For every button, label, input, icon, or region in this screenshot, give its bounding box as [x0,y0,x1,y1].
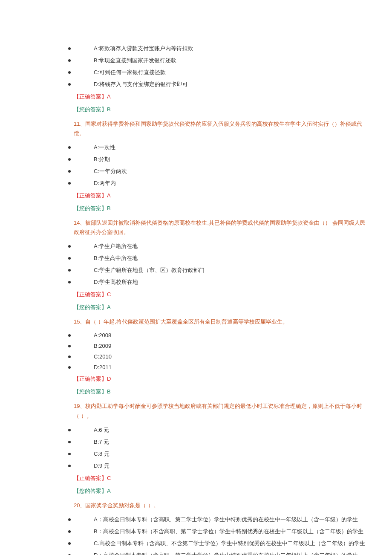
list-item: A：高校全日制本专科（含高职、第二学士学位）学生中特别优秀的在校生中一年级以上（… [0,514,392,526]
option-text: C.高校全日制本专科（含高职、不含第二学士学位）学生中特别优秀的在校生中二年级以… [94,540,365,547]
your-answer: 【您的答案】A [0,301,392,314]
bullet-icon [68,146,71,149]
option-text: D:学生高校所在地 [94,278,138,286]
list-item: D:9 元 [0,460,392,472]
bullet-icon [68,83,71,86]
list-item: B:7 元 [0,436,392,448]
list-item: C.高校全日制本专科（含高职、不含第二学士学位）学生中特别优秀的在校生中二年级以… [0,538,392,549]
correct-answer: 【正确答案】C [0,288,392,301]
correct-answer: 【正确答案】C [0,472,392,485]
bullet-icon [68,281,71,283]
bullet-icon [68,429,71,431]
correct-answer: 【正确答案】A [0,189,392,202]
option-text: B：高校全日制本专科（不含高职、第二学士学位）学生中特别优秀的在校生中二年级以上… [94,528,363,535]
list-item: D:学生高校所在地 [0,276,392,288]
list-item: B:2009 [0,341,392,351]
list-item: B：高校全日制本专科（不含高职、第二学士学位）学生中特别优秀的在校生中二年级以上… [0,526,392,538]
option-text: B:拿现金直接到国家开发银行还款 [94,57,176,64]
option-text: A:一次性 [94,144,115,151]
option-text: B:分期 [94,156,110,163]
option-text: D:两年内 [94,179,116,187]
bullet-icon [68,530,71,533]
bullet-icon [68,71,71,74]
bullet-icon [68,245,71,248]
bullet-icon [68,345,71,347]
option-text: C:8 元 [94,450,110,458]
list-item: C:学生户籍所在地县（市、区）教育行政部门 [0,264,392,276]
list-item: C:可到任何一家银行直接还款 [0,66,392,78]
option-text: C:学生户籍所在地县（市、区）教育行政部门 [94,266,205,274]
list-item: A:2008 [0,330,392,341]
list-item: B:分期 [0,153,392,165]
list-item: B:学生高中所在地 [0,252,392,264]
bullet-icon [68,47,71,50]
bullet-icon [68,182,71,185]
question-stem: 15、自（ ）年起,将代偿政策范围扩大至覆盖全区所有全日制普通高等学校应届毕业生… [0,314,392,330]
bullet-icon [68,257,71,260]
list-item: C:2010 [0,351,392,362]
bullet-icon [68,269,71,272]
option-text: A:学生户籍所在地 [94,243,138,250]
option-text: D:将钱存入与支付宝绑定的银行卡即可 [94,81,188,88]
bullet-icon [68,453,71,455]
option-text: C:可到任何一家银行直接还款 [94,69,166,76]
bullet-icon [68,356,71,358]
list-item: A:一次性 [0,142,392,153]
question-stem: 11、国家对获得学费补偿和国家助学贷款代偿资格的应征入伍服义务兵役的高校在校生在… [0,116,392,142]
bullet-icon [68,158,71,161]
bullet-icon [68,366,71,369]
list-item: A:将款项存入贷款支付宝账户内等待扣款 [0,43,392,55]
bullet-icon [68,542,71,545]
list-item: A:6 元 [0,424,392,436]
list-item: C:一年分两次 [0,165,392,177]
bullet-icon [68,334,71,337]
correct-answer: 【正确答案】A [0,90,392,103]
question-stem: 20、国家奖学金奖励对象是（ ）。 [0,497,392,514]
correct-answer: 【正确答案】D [0,373,392,385]
option-text: B:7 元 [94,438,109,446]
option-text: C:一年分两次 [94,168,127,175]
list-item: D：高校全日制本专科（含高职、第二学士学位）学生中特别优秀的在校生中二年级以上（… [0,549,392,555]
option-text: D:9 元 [94,462,110,470]
option-text: B:2009 [94,343,111,349]
option-text: A:2008 [94,332,111,338]
document-content: A:将款项存入贷款支付宝账户内等待扣款 B:拿现金直接到国家开发银行还款 C:可… [0,0,392,555]
list-item: D:两年内 [0,177,392,189]
bullet-icon [68,59,71,62]
list-item: A:学生户籍所在地 [0,240,392,252]
bullet-icon [68,518,71,521]
question-stem: 14、被部队退回并被取消补偿代偿资格的原高校在校生,其已补偿的学费或代偿的国家助… [0,215,392,240]
your-answer: 【您的答案】B [0,202,392,215]
bullet-icon [68,441,71,443]
your-answer: 【您的答案】B [0,103,392,116]
bullet-icon [68,465,71,467]
your-answer: 【您的答案】B [0,385,392,398]
bullet-icon [68,170,71,173]
list-item: D:2011 [0,362,392,373]
list-item: D:将钱存入与支付宝绑定的银行卡即可 [0,78,392,90]
list-item: C:8 元 [0,448,392,460]
option-text: D:2011 [94,364,112,370]
option-text: D：高校全日制本专科（含高职、第二学士学位）学生中特别优秀的在校生中二年级以上（… [94,552,358,555]
option-text: A:将款项存入贷款支付宝账户内等待扣款 [94,45,193,52]
option-text: A:6 元 [94,426,109,434]
option-text: C:2010 [94,353,112,360]
question-stem: 19、校内勤工助学每小时酬金可参照学校当地政府或有关部门规定的最低小时工资标准合… [0,398,392,424]
option-text: A：高校全日制本专科（含高职、第二学士学位）学生中特别优秀的在校生中一年级以上（… [94,516,358,523]
option-text: B:学生高中所在地 [94,254,138,262]
list-item: B:拿现金直接到国家开发银行还款 [0,55,392,66]
your-answer: 【您的答案】A [0,485,392,497]
